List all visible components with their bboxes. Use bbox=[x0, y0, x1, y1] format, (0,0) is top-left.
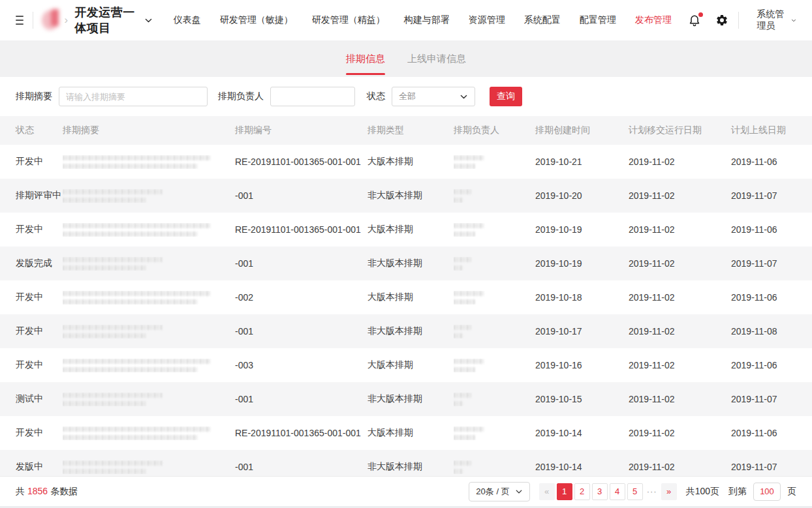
table-row[interactable]: 开发中RE-20191101-001365-001-001大版本排期2019-1… bbox=[0, 213, 812, 247]
gear-icon[interactable] bbox=[715, 13, 729, 27]
cell-owner bbox=[454, 189, 535, 203]
cell-summary bbox=[63, 155, 235, 169]
table-row[interactable]: 开发中-003大版本排期2019-10-162019-11-022019-11-… bbox=[0, 348, 812, 382]
status-select[interactable]: 全部 bbox=[392, 87, 475, 106]
redacted-text bbox=[454, 333, 463, 338]
redacted-text bbox=[454, 469, 463, 474]
cell-code: -003 bbox=[235, 360, 367, 370]
nav-item[interactable]: 研发管理（精益） bbox=[312, 14, 385, 26]
column-header: 排期摘要 bbox=[63, 125, 235, 136]
goto-suffix-label: 页 bbox=[787, 486, 796, 498]
redacted-owner bbox=[454, 223, 535, 237]
table-row[interactable]: 开发中RE-20191101-001365-001-001大版本排期2019-1… bbox=[0, 416, 812, 450]
cell-summary bbox=[63, 257, 235, 271]
cell-type: 大版本排期 bbox=[367, 427, 454, 439]
nav-item[interactable]: 仪表盘 bbox=[174, 14, 201, 26]
table-row[interactable]: 测试中-001非大版本排期2019-10-152019-11-022019-11… bbox=[0, 382, 812, 416]
nav-item[interactable]: 配置管理 bbox=[580, 14, 616, 26]
cell-status: 开发中 bbox=[16, 291, 63, 303]
redacted-text bbox=[454, 189, 471, 194]
page-button[interactable]: 5 bbox=[627, 483, 643, 500]
redacted-text bbox=[454, 393, 471, 398]
cell-owner bbox=[454, 393, 535, 406]
cell-owner bbox=[454, 359, 535, 372]
user-menu[interactable]: 系统管理员 bbox=[757, 8, 796, 32]
page-button[interactable]: 4 bbox=[610, 483, 625, 500]
owner-filter-input[interactable] bbox=[270, 87, 355, 106]
nav-item[interactable]: 构建与部署 bbox=[404, 14, 450, 26]
footer: 共1856条数据 20条 / 页 «12345···» 共100页 到第 页 bbox=[0, 476, 812, 508]
redacted-owner bbox=[454, 325, 535, 338]
app-logo[interactable] bbox=[42, 8, 59, 32]
cell-online: 2019-11-07 bbox=[731, 190, 812, 201]
redacted-text bbox=[63, 393, 162, 398]
tab[interactable]: 上线申请信息 bbox=[407, 40, 466, 77]
page-size-select[interactable]: 20条 / 页 bbox=[469, 482, 529, 501]
redacted-summary bbox=[63, 257, 235, 271]
redacted-summary bbox=[63, 189, 235, 203]
page-button[interactable]: 1 bbox=[557, 483, 572, 500]
cell-summary bbox=[63, 359, 235, 372]
hamburger-icon[interactable] bbox=[16, 16, 23, 25]
nav-item[interactable]: 系统配置 bbox=[524, 14, 561, 26]
tab[interactable]: 排期信息 bbox=[346, 40, 385, 77]
user-name: 系统管理员 bbox=[757, 8, 785, 32]
cell-status: 发版完成 bbox=[16, 258, 63, 269]
redacted-text bbox=[454, 367, 475, 372]
cell-summary bbox=[63, 189, 235, 203]
chevron-down-icon[interactable] bbox=[144, 16, 153, 25]
next-page-button[interactable]: » bbox=[661, 483, 677, 500]
redacted-text bbox=[454, 435, 475, 440]
column-header: 计划上线日期 bbox=[731, 125, 812, 136]
cell-type: 大版本排期 bbox=[367, 156, 454, 168]
goto-page: 到第 页 bbox=[728, 483, 796, 501]
total-pages-label: 共100页 bbox=[686, 486, 719, 498]
cell-handover: 2019-11-02 bbox=[629, 462, 731, 472]
nav-item[interactable]: 研发管理（敏捷） bbox=[220, 14, 293, 26]
cell-created: 2019-10-14 bbox=[535, 462, 629, 472]
table-body: 开发中RE-20191101-001365-001-001大版本排期2019-1… bbox=[0, 145, 812, 476]
prev-page-button[interactable]: « bbox=[539, 483, 555, 500]
bell-icon[interactable] bbox=[687, 13, 702, 27]
redacted-text bbox=[454, 460, 471, 466]
cell-type: 大版本排期 bbox=[367, 359, 454, 371]
cell-status: 开发中 bbox=[16, 427, 63, 439]
cell-handover: 2019-11-02 bbox=[629, 190, 731, 201]
cell-created: 2019-10-15 bbox=[535, 394, 629, 404]
table-row[interactable]: 发版完成-001非大版本排期2019-10-192019-11-022019-1… bbox=[0, 247, 812, 280]
page-button[interactable]: 3 bbox=[592, 483, 608, 500]
table-row[interactable]: 开发中-001非大版本排期2019-10-172019-11-022019-11… bbox=[0, 314, 812, 348]
redacted-owner bbox=[454, 291, 535, 305]
redacted-text bbox=[63, 198, 148, 203]
cell-created: 2019-10-17 bbox=[535, 326, 629, 336]
redacted-text bbox=[454, 291, 484, 296]
goto-page-input[interactable] bbox=[753, 483, 781, 501]
cell-online: 2019-11-06 bbox=[731, 360, 812, 370]
summary-filter-input[interactable] bbox=[59, 87, 208, 106]
nav-item[interactable]: 发布管理 bbox=[635, 14, 672, 26]
cell-summary bbox=[63, 393, 235, 406]
redacted-text bbox=[63, 367, 197, 372]
cell-type: 非大版本排期 bbox=[367, 190, 454, 202]
cell-summary bbox=[63, 325, 235, 338]
table-row[interactable]: 发版中-001非大版本排期2019-10-142019-11-022019-11… bbox=[0, 450, 812, 476]
redacted-text bbox=[454, 325, 471, 330]
project-title: 开发运营一体项目 bbox=[74, 5, 138, 36]
cell-status: 开发中 bbox=[16, 325, 63, 337]
cell-handover: 2019-11-02 bbox=[629, 360, 731, 370]
table-row[interactable]: 排期评审中-001非大版本排期2019-10-202019-11-022019-… bbox=[0, 179, 812, 213]
cell-created: 2019-10-18 bbox=[535, 292, 629, 303]
redacted-text bbox=[454, 401, 463, 406]
nav-item[interactable]: 资源管理 bbox=[469, 14, 505, 26]
column-header: 计划移交运行日期 bbox=[629, 125, 731, 136]
table-row[interactable]: 开发中RE-20191101-001365-001-001大版本排期2019-1… bbox=[0, 145, 812, 179]
table-row[interactable]: 开发中-002大版本排期2019-10-182019-11-022019-11-… bbox=[0, 280, 812, 314]
pagination-pages: «12345···» bbox=[539, 483, 677, 500]
page-button[interactable]: 2 bbox=[574, 483, 590, 500]
cell-online: 2019-11-07 bbox=[731, 462, 812, 472]
total-count: 1856 bbox=[27, 486, 48, 496]
redacted-text bbox=[454, 198, 463, 203]
cell-handover: 2019-11-02 bbox=[629, 258, 731, 269]
search-button[interactable]: 查询 bbox=[490, 87, 522, 106]
cell-type: 非大版本排期 bbox=[367, 393, 454, 405]
